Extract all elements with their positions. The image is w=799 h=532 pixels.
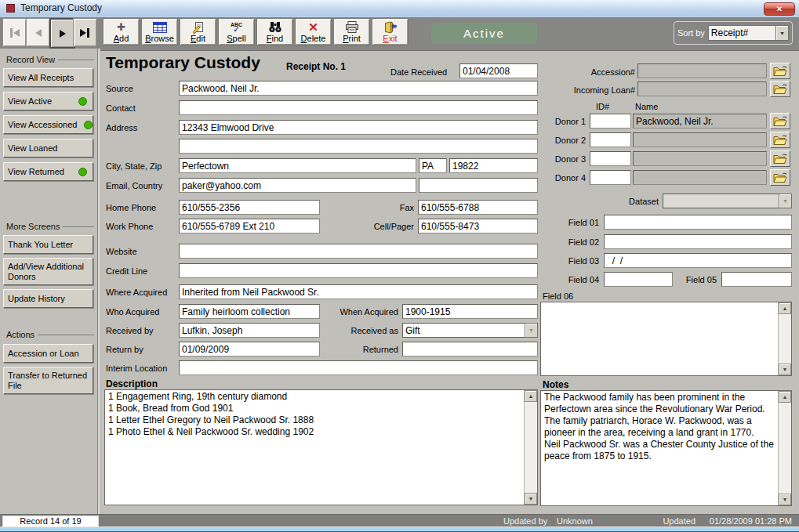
view-all-receipts-button[interactable]: View All Receipts: [3, 68, 93, 87]
donor4-lookup-button[interactable]: [770, 169, 790, 186]
view-accessioned-button[interactable]: View Accessioned: [3, 115, 93, 134]
incoming-loan-lookup-button[interactable]: [770, 81, 790, 97]
open-folder-icon: [773, 172, 787, 183]
donor2-name-field[interactable]: [633, 132, 767, 147]
dataset-dropdown-button[interactable]: ▼: [779, 194, 792, 208]
sort-by-dropdown-button[interactable]: ▼: [775, 25, 789, 41]
print-button[interactable]: Print: [333, 18, 370, 45]
donor2-lookup-button[interactable]: [770, 132, 790, 148]
accession-number-field[interactable]: [637, 63, 767, 78]
received-by-field[interactable]: [179, 323, 320, 338]
country-field[interactable]: [419, 178, 538, 193]
sort-by-dropdown[interactable]: Receipt# ▼: [708, 25, 789, 41]
donor3-lookup-button[interactable]: [770, 150, 790, 167]
add-button[interactable]: ✚ Add: [103, 18, 140, 45]
notes-textarea[interactable]: The Packwood family has been prominent i…: [541, 391, 778, 505]
field01-field[interactable]: [604, 215, 792, 230]
edit-button-label: Edit: [191, 34, 205, 44]
return-by-field[interactable]: [179, 342, 320, 356]
exit-button[interactable]: Exit: [372, 18, 409, 45]
accession-or-loan-button[interactable]: Accession or Loan: [3, 344, 93, 363]
browse-button[interactable]: Browse: [141, 18, 178, 45]
thank-you-letter-button[interactable]: Thank You Letter: [3, 235, 93, 254]
spellcheck-icon: ABC ✓: [231, 20, 242, 34]
returned-field[interactable]: [402, 342, 538, 356]
additional-donors-button[interactable]: Add/View Additional Donors: [3, 258, 93, 285]
donor3-name-field[interactable]: [633, 151, 767, 166]
field04-field[interactable]: [604, 272, 673, 287]
who-acquired-field[interactable]: [179, 304, 320, 319]
where-acquired-field[interactable]: [179, 284, 538, 299]
nav-last-button[interactable]: [73, 18, 97, 47]
field02-label: Field 02: [549, 237, 599, 247]
source-field[interactable]: [179, 81, 538, 96]
sort-by-group: Sort by Receipt# ▼: [674, 21, 793, 45]
notes-scrollbar[interactable]: ▲ ▼: [778, 391, 791, 505]
address-field[interactable]: [179, 120, 538, 135]
scroll-up-icon[interactable]: ▲: [779, 302, 791, 314]
field05-field[interactable]: [721, 272, 792, 287]
close-button[interactable]: ✕: [764, 2, 795, 16]
field06-scrollbar[interactable]: ▲ ▼: [778, 302, 791, 375]
spell-button[interactable]: ABC ✓ Spell: [218, 18, 255, 45]
donor-name-header: Name: [635, 102, 658, 111]
fax-label: Fax: [345, 203, 414, 212]
scroll-up-icon[interactable]: ▲: [779, 391, 791, 403]
scroll-up-icon[interactable]: ▲: [525, 390, 537, 402]
when-acquired-field[interactable]: [402, 304, 538, 319]
incoming-loan-field[interactable]: [637, 81, 767, 96]
credit-line-field[interactable]: [179, 263, 538, 278]
printer-icon: [345, 20, 359, 34]
delete-button[interactable]: ✕ Delete: [295, 18, 332, 45]
accession-lookup-button[interactable]: [770, 63, 790, 79]
zip-field[interactable]: [449, 158, 538, 173]
fax-field[interactable]: [418, 200, 538, 215]
credit-line-label: Credit Line: [106, 266, 147, 276]
received-as-dropdown-button[interactable]: ▼: [525, 323, 538, 338]
transfer-to-returned-button[interactable]: Transfer to Returned File: [3, 367, 93, 394]
email-field[interactable]: [179, 178, 416, 193]
scroll-down-icon[interactable]: ▼: [525, 493, 537, 505]
nav-previous-button[interactable]: [26, 18, 50, 47]
find-button[interactable]: Find: [256, 18, 293, 45]
field06-textarea[interactable]: [541, 302, 778, 375]
donor2-id-field[interactable]: [590, 132, 631, 147]
description-textarea[interactable]: 1 Engagement Ring, 19th century diamond …: [105, 390, 524, 505]
source-label: Source: [106, 84, 133, 93]
state-field[interactable]: [419, 158, 447, 173]
sort-by-label: Sort by: [677, 28, 705, 38]
page-title: Temporary Custody: [106, 53, 260, 72]
received-as-dropdown[interactable]: Gift ▼: [402, 323, 538, 338]
donor3-id-field[interactable]: [590, 151, 631, 166]
cell-pager-field[interactable]: [418, 219, 538, 233]
city-state-zip-label: City, State, Zip: [106, 161, 162, 171]
donor1-lookup-button[interactable]: [770, 113, 790, 129]
donor4-name-field[interactable]: [633, 170, 767, 185]
when-acquired-label: When Acquired: [320, 307, 398, 317]
open-folder-icon: [773, 135, 787, 145]
field02-field[interactable]: [604, 234, 792, 249]
nav-next-button[interactable]: [49, 18, 75, 49]
work-phone-field[interactable]: [179, 219, 320, 233]
donor4-id-field[interactable]: [590, 170, 631, 185]
edit-button[interactable]: Edit: [180, 18, 216, 45]
view-loaned-button[interactable]: View Loaned: [3, 139, 93, 157]
dataset-dropdown[interactable]: ▼: [663, 194, 792, 208]
address-line2-field[interactable]: [179, 139, 538, 154]
interim-location-field[interactable]: [179, 360, 538, 375]
description-scrollbar[interactable]: ▲ ▼: [524, 390, 537, 505]
donor1-name-field[interactable]: [633, 114, 767, 128]
contact-field[interactable]: [179, 100, 538, 115]
add-button-label: Add: [114, 34, 129, 44]
home-phone-field[interactable]: [179, 200, 320, 215]
returned-indicator-icon: [78, 168, 87, 176]
donor1-id-field[interactable]: [590, 114, 631, 128]
website-field[interactable]: [179, 244, 538, 259]
field03-field[interactable]: [604, 253, 792, 268]
update-history-button[interactable]: Update History: [3, 289, 93, 308]
nav-first-button[interactable]: [2, 18, 27, 47]
date-received-field[interactable]: [459, 63, 538, 78]
city-field[interactable]: [179, 158, 416, 173]
scroll-down-icon[interactable]: ▼: [779, 364, 791, 375]
scroll-down-icon[interactable]: ▼: [779, 494, 791, 505]
